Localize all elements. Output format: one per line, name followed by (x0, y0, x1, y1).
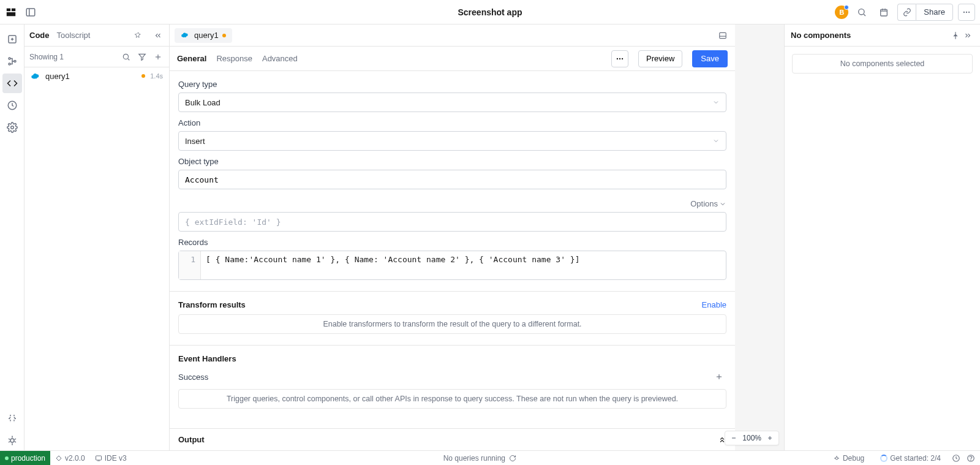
config-tab-advanced[interactable]: Advanced (262, 54, 298, 63)
status-bar: production v2.0.0 IDE v3 No queries runn… (0, 450, 980, 465)
save-button[interactable]: Save (692, 50, 728, 67)
svg-point-29 (123, 54, 128, 59)
open-query-tab[interactable]: query1 (175, 28, 232, 43)
copy-link-button[interactable] (897, 4, 916, 21)
transform-enable-link[interactable]: Enable (702, 300, 726, 309)
svg-line-26 (14, 442, 15, 443)
search-icon[interactable] (853, 4, 870, 21)
salesforce-icon (31, 71, 40, 81)
zoom-in-button[interactable] (765, 433, 775, 443)
svg-line-25 (9, 439, 10, 440)
svg-point-18 (9, 63, 10, 65)
env-status-dot (5, 456, 9, 460)
svg-line-27 (9, 442, 10, 443)
line-number: 1 (179, 251, 201, 279)
add-component-icon[interactable] (2, 29, 22, 49)
options-toggle[interactable]: Options (690, 199, 726, 208)
output-title: Output (178, 435, 205, 444)
query-editor: query1 General Response Advanced Preview… (170, 25, 735, 450)
transform-info: Enable transformers to transform the res… (178, 314, 726, 334)
code-search-icon[interactable] (120, 51, 132, 63)
label-records: Records (178, 238, 726, 247)
share-button[interactable]: Share (916, 4, 953, 21)
records-code-editor[interactable]: 1 [ { Name:'Account name 1' }, { Name: '… (178, 251, 726, 280)
refresh-icon[interactable] (509, 455, 516, 462)
presence-indicator (844, 5, 849, 10)
output-panel-header[interactable]: Output (170, 428, 735, 450)
more-menu-button[interactable] (958, 4, 975, 21)
status-help-icon[interactable] (967, 454, 975, 463)
select-action[interactable]: Insert (178, 131, 726, 151)
expand-editor-icon[interactable] (715, 28, 730, 43)
preview-button[interactable]: Preview (638, 50, 682, 67)
version-item[interactable]: v2.0.0 (50, 451, 90, 465)
code-filter-icon[interactable] (136, 51, 148, 63)
svg-point-13 (968, 11, 970, 12)
collapse-inspector-icon[interactable] (962, 29, 974, 42)
history-icon[interactable] (875, 4, 892, 21)
label-object-type: Object type (178, 157, 726, 166)
label-query-type: Query type (178, 80, 726, 89)
select-query-type[interactable]: Bulk Load (178, 93, 726, 112)
salesforce-icon (181, 31, 190, 40)
get-started-progress[interactable]: Get started: 2/4 (875, 454, 946, 463)
canvas-area[interactable]: 100% (735, 25, 784, 450)
svg-point-19 (14, 61, 16, 62)
code-panel-icon[interactable] (2, 74, 22, 93)
query-more-menu[interactable] (611, 50, 628, 67)
zoom-out-button[interactable] (729, 433, 739, 443)
svg-rect-7 (881, 9, 888, 16)
ide-version-item[interactable]: IDE v3 (90, 451, 132, 465)
zoom-control: 100% (725, 431, 779, 445)
svg-rect-1 (12, 8, 15, 11)
environment-pill[interactable]: production (0, 451, 50, 465)
svg-rect-34 (720, 32, 726, 38)
input-options[interactable]: { extIdField: 'Id' } (178, 212, 726, 232)
query-name: query1 (45, 72, 137, 81)
keyboard-shortcuts-icon[interactable] (2, 409, 22, 428)
debug-toggle[interactable]: Debug (828, 454, 869, 463)
transform-title: Transform results (178, 300, 246, 309)
svg-point-38 (622, 58, 623, 59)
settings-icon[interactable] (2, 118, 22, 137)
svg-point-5 (859, 9, 864, 14)
event-handlers-title: Event Handlers (178, 354, 236, 363)
config-tab-response[interactable]: Response (216, 54, 252, 63)
top-bar: Screenshot app B Share (0, 0, 980, 25)
unsaved-indicator (141, 74, 145, 78)
config-tab-general[interactable]: General (177, 54, 206, 63)
label-action: Action (178, 118, 726, 127)
toggle-panels-icon[interactable] (22, 4, 39, 21)
tab-toolscript[interactable]: Toolscript (57, 31, 91, 40)
query-list-item[interactable]: query1 1.4s (24, 67, 169, 85)
records-code[interactable]: [ { Name:'Account name 1' }, { Name: 'Ac… (201, 251, 726, 279)
inspector-empty-state: No components selected (792, 54, 973, 74)
app-logo[interactable] (5, 6, 17, 18)
status-history-icon[interactable] (952, 454, 960, 463)
inspector-pin-icon[interactable] (949, 29, 962, 42)
state-icon[interactable] (2, 96, 22, 115)
code-add-icon[interactable] (152, 51, 164, 63)
svg-point-17 (9, 58, 10, 59)
tab-code[interactable]: Code (29, 31, 50, 40)
component-tree-icon[interactable] (2, 51, 22, 71)
query-timing: 1.4s (150, 72, 163, 80)
showing-count: Showing 1 (29, 53, 64, 61)
pin-icon[interactable] (132, 29, 145, 42)
add-success-handler-button[interactable] (712, 369, 726, 384)
svg-point-36 (617, 58, 618, 59)
svg-point-22 (10, 439, 14, 442)
svg-line-28 (14, 439, 15, 440)
collapse-panel-icon[interactable] (152, 29, 164, 42)
user-avatar[interactable]: B (835, 6, 848, 19)
svg-point-46 (835, 457, 838, 459)
svg-rect-2 (7, 12, 15, 16)
svg-line-30 (128, 58, 130, 60)
svg-point-11 (963, 11, 965, 12)
svg-point-52 (971, 459, 971, 460)
unsaved-indicator (222, 34, 226, 37)
chevron-down-icon (712, 137, 720, 145)
debug-icon[interactable] (2, 431, 22, 450)
input-object-type[interactable] (178, 170, 726, 189)
svg-line-6 (864, 14, 865, 16)
